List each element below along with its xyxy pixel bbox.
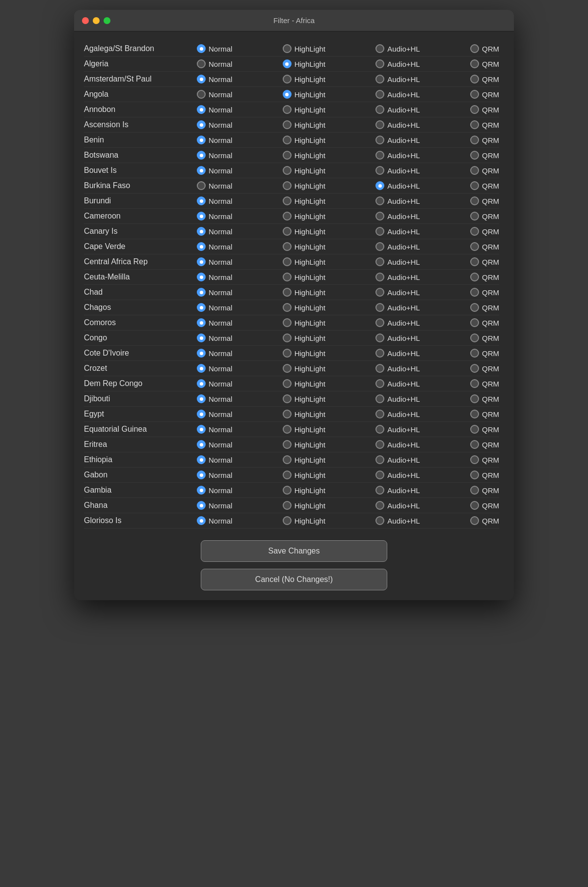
radio-btn-highlight[interactable] — [283, 425, 292, 434]
radio-btn-highlight[interactable] — [283, 44, 292, 53]
radio-btn-normal[interactable] — [197, 394, 206, 403]
radio-option-audio+hl[interactable]: Audio+HL — [375, 273, 420, 281]
radio-btn-highlight[interactable] — [283, 349, 292, 358]
radio-btn-highlight[interactable] — [283, 120, 292, 129]
radio-option-audio+hl[interactable]: Audio+HL — [375, 227, 420, 236]
radio-btn-qrm[interactable] — [470, 120, 479, 129]
radio-btn-qrm[interactable] — [470, 303, 479, 312]
radio-option-qrm[interactable]: QRM — [470, 410, 499, 418]
radio-btn-audio+hl[interactable] — [375, 516, 384, 525]
radio-btn-normal[interactable] — [197, 501, 206, 510]
radio-option-qrm[interactable]: QRM — [470, 136, 499, 144]
radio-btn-highlight[interactable] — [283, 486, 292, 495]
radio-btn-audio+hl[interactable] — [375, 120, 384, 129]
radio-option-audio+hl[interactable]: Audio+HL — [375, 394, 420, 403]
radio-option-highlight[interactable]: HighLight — [283, 257, 325, 266]
radio-option-audio+hl[interactable]: Audio+HL — [375, 136, 420, 144]
radio-option-highlight[interactable]: HighLight — [283, 379, 325, 388]
radio-option-qrm[interactable]: QRM — [470, 44, 499, 53]
radio-btn-audio+hl[interactable] — [375, 333, 384, 342]
radio-option-normal[interactable]: Normal — [197, 455, 232, 464]
radio-option-highlight[interactable]: HighLight — [283, 120, 325, 129]
radio-option-qrm[interactable]: QRM — [470, 394, 499, 403]
radio-option-highlight[interactable]: HighLight — [283, 471, 325, 479]
radio-option-audio+hl[interactable]: Audio+HL — [375, 410, 420, 418]
radio-option-highlight[interactable]: HighLight — [283, 288, 325, 297]
radio-btn-qrm[interactable] — [470, 196, 479, 205]
radio-option-qrm[interactable]: QRM — [470, 471, 499, 479]
radio-btn-normal[interactable] — [197, 44, 206, 53]
radio-option-highlight[interactable]: HighLight — [283, 410, 325, 418]
radio-btn-audio+hl[interactable] — [375, 318, 384, 327]
radio-btn-normal[interactable] — [197, 257, 206, 266]
radio-option-normal[interactable]: Normal — [197, 90, 232, 99]
radio-option-audio+hl[interactable]: Audio+HL — [375, 364, 420, 373]
radio-option-normal[interactable]: Normal — [197, 75, 232, 83]
radio-btn-qrm[interactable] — [470, 75, 479, 83]
close-button[interactable] — [82, 17, 89, 24]
radio-btn-highlight[interactable] — [283, 318, 292, 327]
radio-option-normal[interactable]: Normal — [197, 120, 232, 129]
radio-option-qrm[interactable]: QRM — [470, 90, 499, 99]
radio-option-highlight[interactable]: HighLight — [283, 394, 325, 403]
radio-btn-qrm[interactable] — [470, 90, 479, 99]
radio-btn-highlight[interactable] — [283, 90, 292, 99]
radio-option-normal[interactable]: Normal — [197, 105, 232, 114]
radio-option-audio+hl[interactable]: Audio+HL — [375, 59, 420, 68]
radio-btn-audio+hl[interactable] — [375, 364, 384, 373]
radio-option-audio+hl[interactable]: Audio+HL — [375, 257, 420, 266]
radio-option-qrm[interactable]: QRM — [470, 242, 499, 251]
radio-btn-normal[interactable] — [197, 410, 206, 418]
radio-option-highlight[interactable]: HighLight — [283, 333, 325, 342]
radio-option-audio+hl[interactable]: Audio+HL — [375, 44, 420, 53]
radio-btn-normal[interactable] — [197, 364, 206, 373]
radio-btn-highlight[interactable] — [283, 105, 292, 114]
radio-btn-qrm[interactable] — [470, 333, 479, 342]
radio-btn-qrm[interactable] — [470, 394, 479, 403]
radio-btn-normal[interactable] — [197, 273, 206, 281]
radio-btn-highlight[interactable] — [283, 455, 292, 464]
maximize-button[interactable] — [104, 17, 110, 24]
radio-btn-audio+hl[interactable] — [375, 44, 384, 53]
radio-option-normal[interactable]: Normal — [197, 471, 232, 479]
radio-option-audio+hl[interactable]: Audio+HL — [375, 440, 420, 449]
radio-option-qrm[interactable]: QRM — [470, 303, 499, 312]
radio-option-normal[interactable]: Normal — [197, 501, 232, 510]
radio-btn-normal[interactable] — [197, 59, 206, 68]
radio-option-normal[interactable]: Normal — [197, 166, 232, 175]
radio-btn-normal[interactable] — [197, 425, 206, 434]
radio-option-audio+hl[interactable]: Audio+HL — [375, 425, 420, 434]
radio-option-highlight[interactable]: HighLight — [283, 318, 325, 327]
radio-btn-qrm[interactable] — [470, 166, 479, 175]
radio-btn-highlight[interactable] — [283, 212, 292, 221]
radio-option-qrm[interactable]: QRM — [470, 181, 499, 190]
radio-btn-audio+hl[interactable] — [375, 90, 384, 99]
radio-option-highlight[interactable]: HighLight — [283, 440, 325, 449]
radio-option-normal[interactable]: Normal — [197, 364, 232, 373]
radio-option-normal[interactable]: Normal — [197, 394, 232, 403]
radio-btn-normal[interactable] — [197, 90, 206, 99]
radio-btn-audio+hl[interactable] — [375, 75, 384, 83]
radio-btn-normal[interactable] — [197, 440, 206, 449]
radio-option-highlight[interactable]: HighLight — [283, 196, 325, 205]
radio-btn-normal[interactable] — [197, 455, 206, 464]
radio-option-normal[interactable]: Normal — [197, 181, 232, 190]
radio-option-audio+hl[interactable]: Audio+HL — [375, 151, 420, 160]
radio-option-normal[interactable]: Normal — [197, 333, 232, 342]
radio-option-qrm[interactable]: QRM — [470, 516, 499, 525]
radio-btn-highlight[interactable] — [283, 136, 292, 144]
radio-btn-audio+hl[interactable] — [375, 273, 384, 281]
radio-option-highlight[interactable]: HighLight — [283, 425, 325, 434]
radio-btn-highlight[interactable] — [283, 227, 292, 236]
radio-btn-qrm[interactable] — [470, 455, 479, 464]
radio-btn-normal[interactable] — [197, 471, 206, 479]
radio-btn-normal[interactable] — [197, 120, 206, 129]
radio-btn-normal[interactable] — [197, 166, 206, 175]
radio-btn-audio+hl[interactable] — [375, 288, 384, 297]
radio-option-audio+hl[interactable]: Audio+HL — [375, 455, 420, 464]
radio-option-highlight[interactable]: HighLight — [283, 75, 325, 83]
radio-btn-qrm[interactable] — [470, 471, 479, 479]
save-button[interactable]: Save Changes — [201, 540, 387, 562]
radio-btn-audio+hl[interactable] — [375, 379, 384, 388]
radio-option-audio+hl[interactable]: Audio+HL — [375, 471, 420, 479]
